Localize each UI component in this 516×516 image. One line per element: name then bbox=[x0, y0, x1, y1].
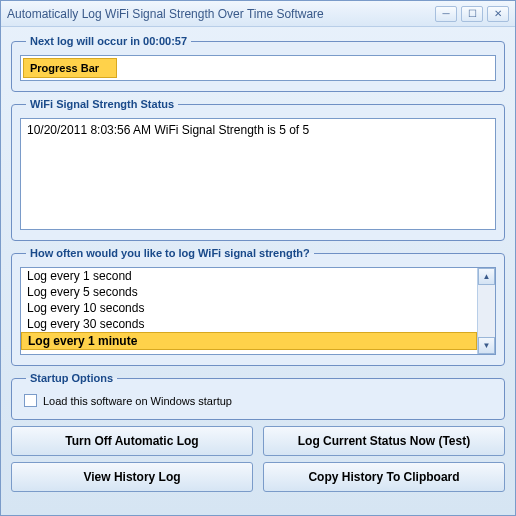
next-log-legend: Next log will occur in 00:00:57 bbox=[26, 35, 191, 47]
copy-history-clipboard-button[interactable]: Copy History To Clipboard bbox=[263, 462, 505, 492]
content-area: Next log will occur in 00:00:57 Progress… bbox=[1, 27, 515, 500]
startup-checkbox[interactable] bbox=[24, 394, 37, 407]
close-button[interactable]: ✕ bbox=[487, 6, 509, 22]
frequency-list-wrap: Log every 1 second Log every 5 seconds L… bbox=[20, 267, 496, 355]
frequency-listbox[interactable]: Log every 1 second Log every 5 seconds L… bbox=[21, 268, 477, 354]
frequency-option[interactable]: Log every 30 seconds bbox=[21, 316, 477, 332]
startup-row: Load this software on Windows startup bbox=[20, 392, 496, 409]
app-window: Automatically Log WiFi Signal Strength O… bbox=[0, 0, 516, 516]
progress-fill: Progress Bar bbox=[23, 58, 117, 78]
scroll-up-button[interactable]: ▲ bbox=[478, 268, 495, 285]
titlebar: Automatically Log WiFi Signal Strength O… bbox=[1, 1, 515, 27]
scroll-track[interactable] bbox=[478, 285, 495, 337]
frequency-option[interactable]: Log every 10 seconds bbox=[21, 300, 477, 316]
status-entry: 10/20/2011 8:03:56 AM WiFi Signal Streng… bbox=[27, 123, 489, 137]
status-group: WiFi Signal Strength Status 10/20/2011 8… bbox=[11, 98, 505, 241]
log-current-status-button[interactable]: Log Current Status Now (Test) bbox=[263, 426, 505, 456]
turn-off-automatic-log-button[interactable]: Turn Off Automatic Log bbox=[11, 426, 253, 456]
startup-group: Startup Options Load this software on Wi… bbox=[11, 372, 505, 420]
progress-label: Progress Bar bbox=[30, 62, 99, 74]
minimize-button[interactable]: ─ bbox=[435, 6, 457, 22]
window-title: Automatically Log WiFi Signal Strength O… bbox=[7, 7, 435, 21]
maximize-button[interactable]: ☐ bbox=[461, 6, 483, 22]
startup-legend: Startup Options bbox=[26, 372, 117, 384]
button-grid: Turn Off Automatic Log Log Current Statu… bbox=[11, 426, 505, 492]
frequency-option[interactable]: Log every 5 seconds bbox=[21, 284, 477, 300]
frequency-option-selected[interactable]: Log every 1 minute bbox=[21, 332, 477, 350]
window-controls: ─ ☐ ✕ bbox=[435, 6, 509, 22]
status-legend: WiFi Signal Strength Status bbox=[26, 98, 178, 110]
frequency-group: How often would you like to log WiFi sig… bbox=[11, 247, 505, 366]
frequency-option[interactable]: Log every 1 second bbox=[21, 268, 477, 284]
progress-bar: Progress Bar bbox=[20, 55, 496, 81]
next-log-group: Next log will occur in 00:00:57 Progress… bbox=[11, 35, 505, 92]
startup-checkbox-label: Load this software on Windows startup bbox=[43, 395, 232, 407]
status-textarea[interactable]: 10/20/2011 8:03:56 AM WiFi Signal Streng… bbox=[20, 118, 496, 230]
frequency-scrollbar[interactable]: ▲ ▼ bbox=[477, 268, 495, 354]
frequency-legend: How often would you like to log WiFi sig… bbox=[26, 247, 314, 259]
view-history-log-button[interactable]: View History Log bbox=[11, 462, 253, 492]
scroll-down-button[interactable]: ▼ bbox=[478, 337, 495, 354]
